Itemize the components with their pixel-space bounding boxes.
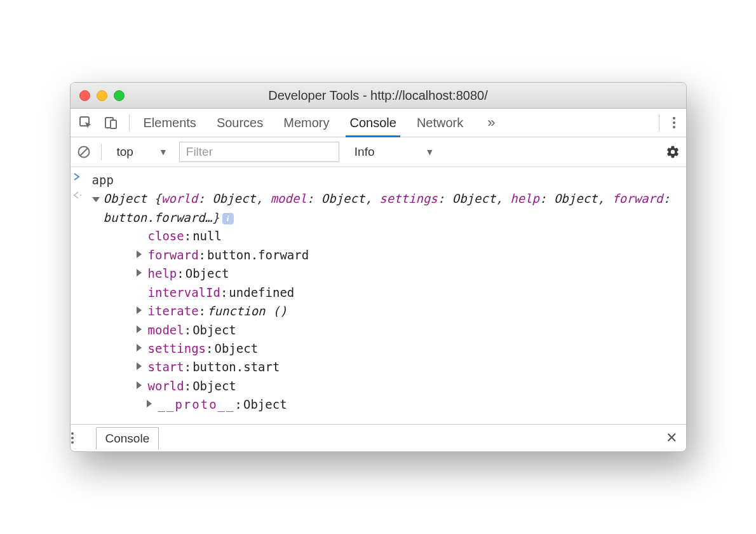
svg-point-3 <box>673 117 675 120</box>
console-output: app Object {world: Object, model: Object… <box>71 167 686 424</box>
prop-key: iterate <box>148 302 199 320</box>
dropdown-caret-icon: ▼ <box>159 147 168 157</box>
proto-key: __proto__ <box>158 395 235 414</box>
property-row[interactable]: close: null <box>137 227 684 245</box>
drawer-bar: Console ✕ <box>71 424 686 451</box>
property-row[interactable]: forward: button.forward <box>137 246 684 264</box>
expand-arrow-icon[interactable] <box>137 339 148 358</box>
level-label: Info <box>354 145 375 159</box>
prop-sep: : <box>184 358 191 376</box>
info-icon[interactable]: i <box>222 213 234 224</box>
prop-value: null <box>192 227 222 245</box>
titlebar: Developer Tools - http://localhost:8080/ <box>71 83 686 109</box>
prop-value: undefined <box>229 284 294 302</box>
prop-sep: : <box>220 284 227 302</box>
device-toolbar-icon[interactable] <box>100 111 123 134</box>
property-row[interactable]: world: Object <box>137 377 684 395</box>
property-row[interactable]: intervalId: undefined <box>137 284 684 302</box>
svg-point-10 <box>71 437 74 439</box>
console-input-row: app <box>73 171 684 189</box>
prop-value: Object <box>192 321 236 339</box>
svg-point-8 <box>79 195 81 196</box>
tabs-overflow-icon[interactable]: » <box>482 114 500 131</box>
expand-arrow-icon[interactable] <box>147 395 158 414</box>
prop-sep: : <box>206 339 213 358</box>
svg-rect-2 <box>111 120 116 128</box>
expand-arrow-icon[interactable] <box>137 246 148 264</box>
clear-console-icon[interactable] <box>77 145 91 159</box>
svg-point-4 <box>673 121 675 124</box>
prop-sep: : <box>199 302 206 320</box>
svg-line-7 <box>80 148 88 156</box>
tab-memory[interactable]: Memory <box>282 111 330 135</box>
log-level-selector[interactable]: Info ▼ <box>354 145 435 159</box>
devtools-tabstrip: Elements Sources Memory Console Network … <box>71 109 686 137</box>
output-marker-icon <box>73 189 92 199</box>
console-result-row: Object {world: Object, model: Object, se… <box>73 189 684 414</box>
object-properties: close: nullforward: button.forwardhelp: … <box>92 227 684 395</box>
divider <box>101 144 102 160</box>
property-row[interactable]: iterate: function () <box>137 302 684 320</box>
prop-key: model <box>148 321 184 339</box>
prop-sep: : <box>199 246 206 264</box>
prop-value: button.start <box>192 358 280 376</box>
settings-kebab-icon[interactable] <box>666 116 682 130</box>
expand-arrow-icon[interactable] <box>137 302 148 320</box>
prop-key: intervalId <box>148 284 220 302</box>
property-row[interactable]: start: button.start <box>137 358 684 376</box>
expand-arrow-icon[interactable] <box>137 358 148 376</box>
prop-key: settings <box>148 339 206 358</box>
property-row[interactable]: settings: Object <box>137 339 684 358</box>
prop-value: Object <box>186 264 229 283</box>
inspect-element-icon[interactable] <box>74 111 97 134</box>
drawer-close-icon[interactable]: ✕ <box>666 430 677 446</box>
tab-elements[interactable]: Elements <box>142 111 198 135</box>
prop-sep: : <box>184 321 191 339</box>
window-title: Developer Tools - http://localhost:8080/ <box>71 88 686 103</box>
drawer-kebab-icon[interactable] <box>71 431 93 445</box>
divider <box>659 114 659 131</box>
prop-key: close <box>148 227 184 245</box>
expand-arrow-icon[interactable] <box>137 321 148 339</box>
filter-input[interactable]: Filter <box>179 142 339 162</box>
console-toolbar: top ▼ Filter Info ▼ <box>71 137 686 167</box>
prop-key: world <box>148 377 184 395</box>
execution-context-selector[interactable]: top ▼ <box>112 145 173 159</box>
prop-sep: : <box>184 377 191 395</box>
console-input-text[interactable]: app <box>92 171 114 189</box>
expand-arrow-icon[interactable] <box>137 377 148 395</box>
expand-toggle-icon[interactable] <box>92 193 100 206</box>
tabs: Elements Sources Memory Console Network … <box>142 111 652 135</box>
tab-network[interactable]: Network <box>415 111 464 135</box>
prop-key: forward <box>148 246 199 264</box>
object-summary[interactable]: Object {world: Object, model: Object, se… <box>104 189 684 227</box>
prop-value: function () <box>207 302 287 320</box>
property-row[interactable]: model: Object <box>137 321 684 339</box>
tab-sources[interactable]: Sources <box>215 111 264 135</box>
input-prompt-icon <box>73 171 92 181</box>
filter-placeholder: Filter <box>186 145 213 159</box>
prop-value: button.forward <box>207 246 309 264</box>
prop-sep: : <box>184 227 191 245</box>
prop-sep: : <box>177 264 184 283</box>
prop-value: Object <box>214 339 258 358</box>
dropdown-caret-icon: ▼ <box>425 147 434 157</box>
console-settings-icon[interactable] <box>666 145 680 159</box>
svg-point-11 <box>71 441 74 444</box>
expand-arrow-icon[interactable] <box>137 264 148 283</box>
devtools-window: Developer Tools - http://localhost:8080/… <box>70 82 687 452</box>
prop-key: help <box>148 264 177 283</box>
tab-console[interactable]: Console <box>348 111 397 135</box>
proto-value: Object <box>243 395 287 414</box>
drawer-tab-console[interactable]: Console <box>96 427 159 449</box>
property-row[interactable]: __proto__: Object <box>147 395 684 414</box>
prop-key: start <box>148 358 184 376</box>
svg-point-5 <box>673 126 675 128</box>
svg-point-9 <box>71 432 74 435</box>
property-row[interactable]: help: Object <box>137 264 684 283</box>
divider <box>129 114 130 131</box>
prop-sep: : <box>234 395 241 414</box>
prop-value: Object <box>192 377 236 395</box>
context-label: top <box>117 145 133 159</box>
